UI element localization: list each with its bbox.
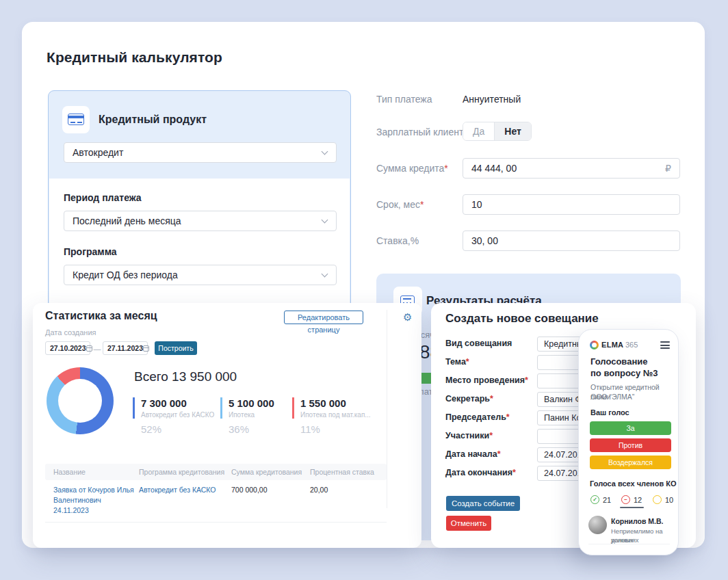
col-header-rate: Процентная ставка [310, 468, 374, 476]
rate-label: Ставка,% [376, 235, 419, 246]
chevron-down-icon [322, 217, 328, 224]
avatar [588, 516, 607, 534]
rate-input[interactable]: 30, 00 [463, 230, 680, 251]
credit-card-icon [68, 114, 84, 125]
donut-chart [47, 367, 114, 434]
create-event-button[interactable]: Создать событие [446, 496, 520, 511]
stat-item: 7 300 000 Автокредит без КАСКО 52% [133, 397, 214, 435]
elma-logo-icon [590, 341, 599, 350]
selected-count-underline [620, 507, 644, 508]
date-to-input[interactable]: 27.11.2023 [103, 341, 148, 355]
chevron-down-icon [322, 148, 328, 155]
chairman-label: Председатель* [445, 412, 510, 422]
date-from-input[interactable]: 27.10.2023 [45, 341, 90, 355]
your-vote-label: Ваш голос [590, 408, 629, 417]
calendar-icon [86, 345, 92, 352]
col-header-amount: Сумма кредитования [231, 468, 302, 476]
mobile-voting-mockup: ELMA 365 Голосование по вопросу №3 Откры… [578, 329, 679, 555]
payment-type-value: Аннуитетный [463, 94, 521, 105]
program-label: Программа [64, 246, 117, 257]
empty-circle-icon [653, 495, 662, 504]
table-bottom-border [45, 522, 387, 523]
creation-date-label: Дата создания [45, 328, 96, 337]
rate-cell: 20,00 [310, 485, 328, 495]
phone-divider [588, 544, 670, 544]
required-mark: * [497, 449, 501, 459]
hamburger-menu-icon[interactable] [660, 341, 670, 351]
start-date-label: Дата начала* [445, 449, 501, 459]
program-select-value: Кредит ОД без периода [73, 269, 178, 280]
end-date-label: Дата окончания* [445, 468, 516, 477]
credit-card-icon-box [62, 106, 90, 133]
period-select[interactable]: Последний день месяца [64, 211, 337, 231]
participants-label: Участники* [445, 431, 493, 440]
product-card-title: Кредитный продукт [99, 114, 207, 126]
credit-amount-cell: 700 000,00 [231, 485, 268, 495]
meeting-type-label: Вид совещания [445, 339, 512, 348]
required-mark: * [420, 199, 424, 210]
product-select[interactable]: Автокредит [64, 142, 337, 163]
brand-name: ELMA [601, 341, 623, 349]
gear-icon[interactable]: ⚙ [403, 311, 412, 324]
amount-input[interactable]: 44 444, 00 ₽ [463, 158, 680, 179]
stat-item: 1 550 000 Ипотека под мат.кап... 11% [292, 397, 371, 435]
edit-page-button[interactable]: Редактировать страницу [284, 311, 363, 324]
dialog-title: Создать новое совещание [445, 312, 599, 326]
voting-subject-line2: ООО “ЭЛМА” [590, 392, 634, 401]
amount-label: Сумма кредита* [376, 163, 448, 174]
location-label: Место проведения* [445, 375, 528, 385]
term-label: Срок, мес* [376, 199, 424, 210]
statistics-title: Статистика за месяц [45, 310, 157, 322]
salary-client-label: Зарплатный клиент [376, 127, 463, 137]
term-input[interactable]: 10 [463, 194, 680, 215]
credit-product-card: Кредитный продукт Автокредит Период плат… [48, 90, 351, 316]
check-circle-icon: ✓ [590, 495, 599, 504]
period-select-value: Последний день месяца [73, 215, 181, 226]
required-mark: * [490, 394, 493, 404]
topic-label: Тема* [445, 357, 469, 367]
cancel-button[interactable]: Отменить [446, 516, 491, 531]
vote-against-button[interactable]: Против [590, 438, 671, 452]
product-select-value: Автокредит [73, 147, 123, 158]
votes-abstain-count[interactable]: 10 [653, 495, 673, 504]
comment-author: Корнилов М.В. [611, 517, 664, 525]
required-mark: * [512, 468, 516, 477]
application-link[interactable]: Заявка от Кочуров Илья Валентинович 24.1… [53, 485, 134, 516]
build-button[interactable]: Построить [155, 341, 197, 355]
all-votes-label: Голоса всех членов КО [590, 479, 677, 488]
votes-against-count[interactable]: − 12 [621, 495, 642, 504]
monthly-statistics-panel: Статистика за месяц Редактировать страни… [33, 303, 421, 548]
salary-client-toggle: Да Нет [463, 122, 532, 141]
page-background: Кредитный калькулятор Кредитный продукт … [0, 0, 728, 580]
salary-yes-option[interactable]: Да [463, 122, 495, 140]
page-title: Кредитный калькулятор [47, 49, 222, 66]
col-header-name: Название [53, 468, 86, 476]
date-range-separator: — [93, 345, 101, 353]
product-card-body: Период платежа Последний день месяца Про… [49, 179, 350, 315]
vote-for-button[interactable]: За [590, 421, 671, 435]
required-mark: * [444, 163, 447, 174]
salary-no-option[interactable]: Нет [495, 122, 531, 140]
required-mark: * [525, 375, 528, 385]
period-label: Период платежа [64, 192, 142, 203]
required-mark: * [489, 431, 493, 440]
program-select[interactable]: Кредит ОД без периода [64, 265, 337, 285]
required-mark: * [506, 412, 510, 422]
voting-title-line1: Голосование [590, 356, 648, 367]
chevron-down-icon [322, 271, 328, 278]
vote-abstain-button[interactable]: Воздержался [590, 456, 671, 469]
secretary-label: Секретарь* [445, 394, 493, 404]
brand-suffix: 365 [625, 341, 638, 349]
payment-type-label: Тип платежа [376, 94, 432, 105]
voting-title-line2: по вопросу №3 [590, 367, 658, 379]
required-mark: * [466, 357, 469, 367]
ruble-icon: ₽ [665, 159, 671, 178]
program-link[interactable]: Автокредит без КАСКО [139, 485, 216, 495]
statistics-total: Всего 13 950 000 [134, 369, 237, 384]
minus-circle-icon: − [621, 495, 630, 504]
stat-item: 5 100 000 Ипотека 36% [220, 397, 274, 435]
widget-divider [387, 310, 387, 508]
calendar-icon [143, 345, 149, 352]
votes-for-count[interactable]: ✓ 21 [590, 495, 611, 504]
col-header-program: Программа кредитования [139, 468, 224, 476]
